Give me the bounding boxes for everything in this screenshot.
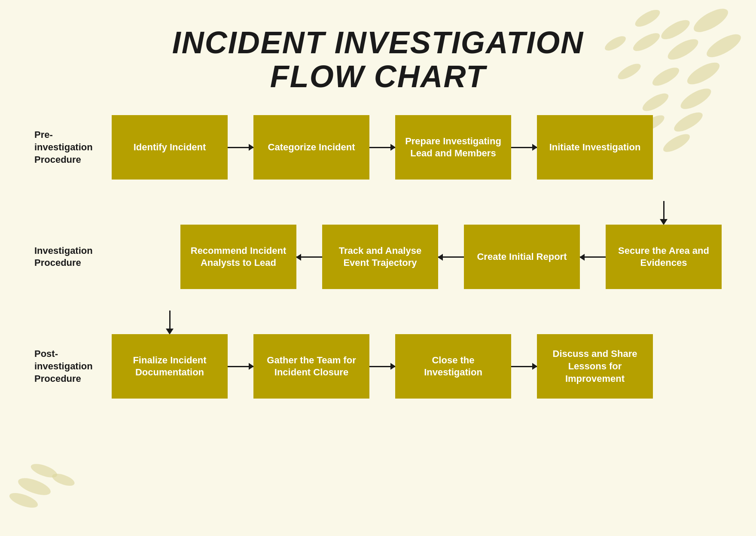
label-investigation: Investigation Procedure	[34, 245, 112, 269]
v-arrow-row2-to-row3	[34, 311, 722, 334]
box-gather-team: Gather the Team for Incident Closure	[253, 334, 369, 399]
box-categorize-incident: Categorize Incident	[253, 115, 369, 180]
connector-inv-1-2	[296, 256, 322, 258]
v-line-left	[169, 311, 171, 329]
box-secure-area: Secure the Area and Evidences	[606, 225, 722, 289]
row-pre-investigation: Pre-investigation Procedure Identify Inc…	[34, 115, 722, 180]
connector-post-3-4	[511, 366, 537, 367]
connector-3-4	[511, 147, 537, 148]
boxes-row-investigation: Secure the Area and Evidences Create Ini…	[112, 225, 722, 289]
v-line-right	[663, 201, 665, 219]
box-recommend-analysts: Recommend Incident Analysts to Lead	[180, 225, 296, 289]
decorative-bottom-left	[9, 450, 116, 527]
row-post-investigation: Post-investigation Procedure Finalize In…	[34, 334, 722, 399]
label-post-investigation: Post-investigation Procedure	[34, 348, 112, 385]
v-arrow-row1-to-row2	[34, 201, 722, 225]
box-identify-incident: Identify Incident	[112, 115, 228, 180]
main-title-line1: INCIDENT INVESTIGATION	[0, 26, 756, 60]
box-track-analyse: Track and Analyse Event Trajectory	[322, 225, 438, 289]
v-arrow-right-down	[606, 201, 722, 225]
boxes-row-pre: Identify Incident Categorize Incident Pr…	[112, 115, 722, 180]
connector-post-1-2	[228, 366, 253, 367]
connector-inv-3-4	[580, 256, 606, 258]
v-arrowhead-left	[166, 329, 174, 335]
main-title-line2: FLOW CHART	[0, 60, 756, 94]
row-investigation: Investigation Procedure Secure the Area …	[34, 225, 722, 289]
box-create-report: Create Initial Report	[464, 225, 580, 289]
connector-post-2-3	[369, 366, 395, 367]
box-close-investigation: Close the Investigation	[395, 334, 511, 399]
box-discuss-share: Discuss and Share Lessons for Improvemen…	[537, 334, 653, 399]
v-arrowhead-right	[660, 219, 668, 225]
connector-2-3	[369, 147, 395, 148]
connector-inv-2-3	[438, 256, 464, 258]
box-finalize-documentation: Finalize Incident Documentation	[112, 334, 228, 399]
v-arrow-left-down	[112, 311, 228, 335]
connector-1-2	[228, 147, 253, 148]
box-initiate-investigation: Initiate Investigation	[537, 115, 653, 180]
title-container: INCIDENT INVESTIGATION FLOW CHART	[0, 0, 756, 115]
flowchart: Pre-investigation Procedure Identify Inc…	[0, 115, 756, 399]
label-pre-investigation: Pre-investigation Procedure	[34, 129, 112, 166]
box-prepare-investigating: Prepare Investigating Lead and Members	[395, 115, 511, 180]
boxes-row-post: Finalize Incident Documentation Gather t…	[112, 334, 722, 399]
